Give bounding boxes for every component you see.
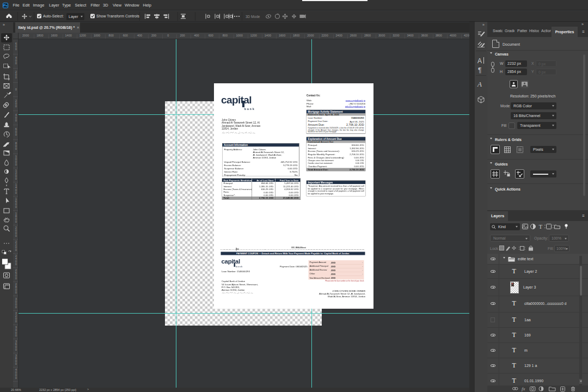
svg-text:¶: ¶ <box>478 66 481 74</box>
svg-text:A: A <box>477 80 482 88</box>
svg-text:A: A <box>477 57 482 65</box>
svg-text:T: T <box>539 223 543 230</box>
svg-text:fx: fx <box>522 386 525 391</box>
